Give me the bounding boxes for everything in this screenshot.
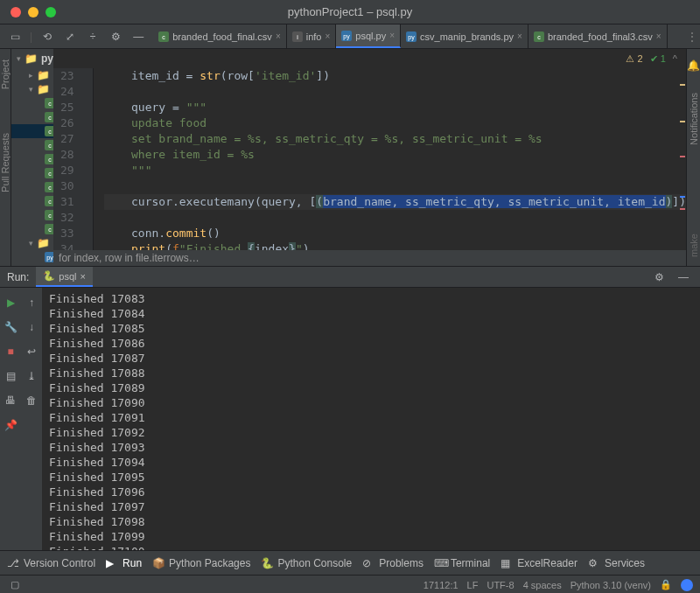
bottom-tool-version-control[interactable]: ⎇Version Control <box>7 557 95 569</box>
tree-folder[interactable]: ▾📁python_scripts <box>11 236 53 250</box>
svg-text:c: c <box>48 213 52 219</box>
minimize-window-button[interactable] <box>28 7 38 17</box>
bottom-tool-run[interactable]: ▶Run <box>106 557 142 569</box>
close-run-tab-icon[interactable]: × <box>80 271 86 282</box>
run-settings-icon[interactable]: ⚙ <box>651 269 667 285</box>
ok-icon[interactable]: ✔ 1 <box>650 53 666 65</box>
svg-text:c: c <box>48 171 52 177</box>
tree-file[interactable]: cbranded_food_final <box>11 110 53 124</box>
scroll-up-icon[interactable]: ↑ <box>24 295 39 310</box>
close-tab-icon[interactable]: × <box>325 31 330 41</box>
tree-folder[interactable]: ▾📁NIX_csv_files <box>11 82 53 96</box>
main-toolbar: ▭ | ⟲ ⤢ ÷ ⚙ — cbranded_food_final.csv×ii… <box>0 24 700 49</box>
project-root[interactable]: ▾ 📁 pythonProject1 ~/Docum <box>11 49 53 68</box>
tree-file[interactable]: cfood.csv <box>11 152 53 166</box>
expand-all-icon[interactable]: ⤢ <box>62 29 78 45</box>
close-tab-icon[interactable]: × <box>656 31 662 41</box>
rail-notifications[interactable]: Notifications <box>689 93 699 145</box>
tree-file[interactable]: cbranded_food_final <box>11 138 53 152</box>
scroll-to-end-icon[interactable]: ⤓ <box>24 368 39 384</box>
breadcrumb-hint: for index, row in file.iterrows… <box>53 250 686 266</box>
line-separator[interactable]: LF <box>467 580 479 590</box>
rail-pull-requests[interactable]: Pull Requests <box>0 133 10 192</box>
tree-file[interactable]: cfood_nutrient.csv <box>11 194 53 208</box>
more-tabs-icon[interactable]: ⋮ <box>684 29 700 45</box>
status-square-icon[interactable]: ▢ <box>7 577 23 593</box>
indent-setting[interactable]: 4 spaces <box>523 580 562 590</box>
file-icon: py <box>341 31 352 41</box>
tree-folder[interactable]: ▸📁DOA_DB <box>11 68 53 82</box>
folder-icon: 📁 <box>37 83 50 95</box>
bottom-tool-services[interactable]: ⚙Services <box>588 557 645 569</box>
caret-position[interactable]: 17112:1 <box>424 580 458 590</box>
bottom-tool-terminal[interactable]: ⌨Terminal <box>434 557 490 569</box>
run-output[interactable]: Finished 17083Finished 17084Finished 170… <box>42 288 700 550</box>
code-editor[interactable]: 23242526272829303132333435 item_id = str… <box>53 68 686 266</box>
modify-run-icon[interactable]: 🔧 <box>3 319 18 335</box>
sync-indicator[interactable] <box>681 579 693 591</box>
close-window-button[interactable] <box>10 7 21 17</box>
code-content[interactable]: item_id = str(row['item_id']) query = ""… <box>94 68 686 266</box>
lock-icon[interactable]: 🔒 <box>660 579 672 590</box>
bottom-tool-excelreader[interactable]: ▦ExcelReader <box>500 557 578 569</box>
rail-make[interactable]: make <box>689 234 699 257</box>
bottom-tool-python-console[interactable]: 🐍Python Console <box>261 557 352 569</box>
notifications-icon[interactable]: 🔔 <box>687 59 700 72</box>
pkg-icon: 📦 <box>152 557 164 569</box>
stop-icon[interactable]: ■ <box>3 344 18 359</box>
close-tab-icon[interactable]: × <box>517 31 522 41</box>
caret-up[interactable]: ^ <box>673 53 677 64</box>
settings-icon[interactable]: ⚙ <box>108 29 123 45</box>
file-encoding[interactable]: UTF-8 <box>486 580 514 590</box>
editor-tab[interactable]: cbranded_food_final3.csv× <box>528 24 668 48</box>
py-icon: py <box>45 252 53 262</box>
clear-icon[interactable]: 🗑 <box>24 393 39 408</box>
bottom-tool-bar: ⎇Version Control▶Run📦Python Packages🐍Pyt… <box>0 550 700 575</box>
tree-file[interactable]: cbranded_food.csv <box>11 96 53 110</box>
run-panel: Run: 🐍 psql × ⚙ — ▶ 🔧 ■ ▤ 🖶 📌 ↑ ↓ ↩ ⤓ 🗑 … <box>0 266 700 550</box>
collapse-project-icon[interactable]: ▭ <box>7 29 23 45</box>
editor-tab[interactable]: pycsv_manip_brands.py× <box>401 24 528 48</box>
close-tab-icon[interactable]: × <box>276 31 281 41</box>
soft-wrap-icon[interactable]: ↩ <box>24 344 39 359</box>
collapse-all-icon[interactable]: ÷ <box>85 29 101 45</box>
left-tool-rail: Project Pull Requests <box>0 49 11 266</box>
svg-text:py: py <box>408 34 415 41</box>
bottom-tool-problems[interactable]: ⊘Problems <box>362 557 424 569</box>
bottom-tool-python-packages[interactable]: 📦Python Packages <box>152 557 250 569</box>
tree-file[interactable]: cfood_insertion3(Do <box>11 180 53 194</box>
editor-tab[interactable]: iinfo× <box>287 24 337 48</box>
close-tab-icon[interactable]: × <box>389 31 395 40</box>
maximize-window-button[interactable] <box>46 7 56 17</box>
tree-file[interactable]: cinput_food.csv <box>11 208 53 222</box>
hide-panel-icon[interactable]: — <box>130 29 146 45</box>
rerun-icon[interactable]: ▶ <box>3 295 18 310</box>
editor-tab[interactable]: cbranded_food_final.csv× <box>153 24 287 48</box>
warning-icon[interactable]: ⚠ 2 <box>626 53 642 65</box>
run-tab[interactable]: 🐍 psql × <box>36 267 93 287</box>
interpreter[interactable]: Python 3.10 (venv) <box>570 580 651 590</box>
csv-icon: c <box>45 196 53 206</box>
titlebar: pythonProject1 – psql.py <box>0 0 700 24</box>
project-panel: ▾ 📁 pythonProject1 ~/Docum ▸📁DOA_DB▾📁NIX… <box>11 49 53 266</box>
csv-icon: c <box>45 210 53 220</box>
tree-file[interactable]: cfood_calorie_conve <box>11 166 53 180</box>
pin-icon[interactable]: 📌 <box>3 417 18 433</box>
term-icon: ⌨ <box>434 557 446 569</box>
print-icon[interactable]: 🖶 <box>3 393 18 408</box>
tree-file[interactable]: cbranded_food_final <box>11 124 53 138</box>
rail-project[interactable]: Project <box>0 59 10 89</box>
tree-file[interactable]: pycsv_manip_brands <box>11 264 53 266</box>
line-gutter: 23242526272829303132333435 <box>53 68 81 266</box>
svg-text:c: c <box>48 143 52 149</box>
layout-icon[interactable]: ▤ <box>3 368 18 384</box>
scroll-down-icon[interactable]: ↓ <box>24 319 39 335</box>
tree-file[interactable]: pycsv_manip.py <box>11 250 53 264</box>
warn-icon: ⊘ <box>362 557 374 569</box>
hide-run-icon[interactable]: — <box>676 269 691 285</box>
tab-label: branded_food_final3.csv <box>548 31 653 42</box>
tree-file[interactable]: cnutrient.csv <box>11 222 53 236</box>
refresh-icon[interactable]: ⟲ <box>39 29 55 45</box>
run-header: Run: 🐍 psql × ⚙ — <box>0 267 700 288</box>
editor-tab[interactable]: pypsql.py× <box>336 24 401 48</box>
